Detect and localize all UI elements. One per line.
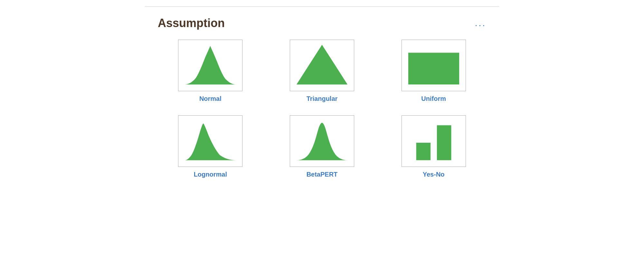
yesno-chart [405,119,462,163]
distribution-normal[interactable]: Normal [164,40,257,102]
svg-marker-0 [297,45,347,84]
betapert-chart [293,119,351,163]
more-options-button[interactable]: ... [475,18,486,28]
distribution-yesno[interactable]: Yes-No [387,115,480,178]
normal-chart [182,43,239,88]
uniform-chart [405,43,462,88]
yesno-chart-box [402,115,466,167]
card-header: Assumption ... [158,16,486,30]
svg-rect-2 [416,143,431,160]
uniform-label: Uniform [421,95,446,102]
svg-rect-3 [437,125,451,160]
normal-chart-box [178,40,242,91]
yesno-label: Yes-No [423,171,445,178]
triangular-label: Triangular [307,95,338,102]
lognormal-chart-box [178,115,242,167]
card-title: Assumption [158,16,225,30]
uniform-chart-box [402,40,466,91]
distribution-betapert[interactable]: BetaPERT [276,115,368,178]
distribution-triangular[interactable]: Triangular [276,40,368,102]
distribution-grid: Normal Triangular Uniform [158,40,486,178]
distribution-lognormal[interactable]: Lognormal [164,115,257,178]
lognormal-label: Lognormal [194,171,227,178]
normal-label: Normal [199,95,222,102]
betapert-label: BetaPERT [307,171,338,178]
svg-rect-1 [408,53,459,85]
betapert-chart-box [290,115,354,167]
triangular-chart-box [290,40,354,91]
assumption-card: Assumption ... Normal Triangular [145,6,499,191]
distribution-uniform[interactable]: Uniform [387,40,480,102]
lognormal-chart [182,119,239,163]
triangular-chart [293,43,351,88]
